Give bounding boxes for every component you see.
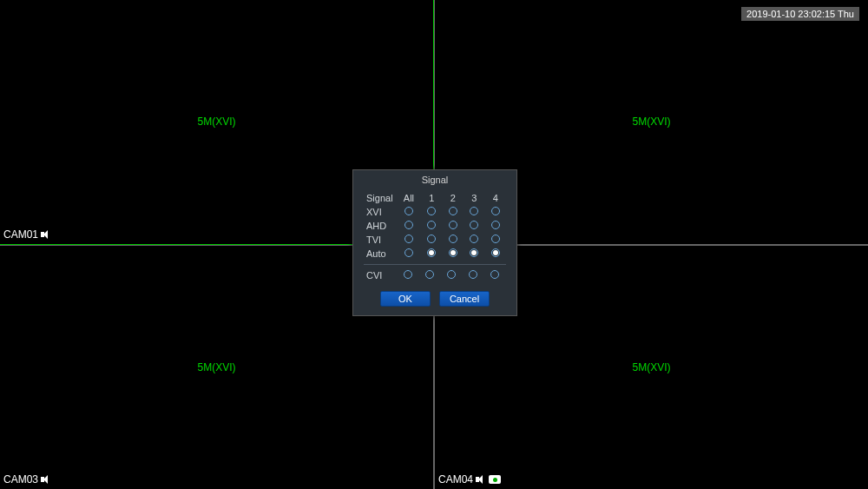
radio-auto-all[interactable]	[404, 248, 413, 257]
cancel-button[interactable]: Cancel	[439, 291, 490, 307]
dialog-body: Signal All 1 2 3 4 XVI AHD	[353, 188, 516, 315]
resolution-label: 5M(XVI)	[197, 361, 235, 373]
radio-xvi-4[interactable]	[491, 207, 500, 215]
signal-row-xvi: XVI	[364, 205, 506, 219]
radio-cvi-4[interactable]	[490, 270, 499, 279]
radio-ahd-all[interactable]	[404, 221, 413, 229]
row-label: AHD	[364, 219, 397, 233]
radio-tvi-3[interactable]	[470, 235, 478, 243]
signal-dialog: Signal Signal All 1 2 3 4 XVI AHD	[352, 169, 517, 316]
camera-name: CAM04	[438, 473, 473, 486]
row-label: TVI	[364, 233, 397, 247]
dialog-buttons: OK Cancel	[364, 291, 506, 307]
radio-tvi-4[interactable]	[491, 235, 500, 243]
ok-button[interactable]: OK	[380, 291, 431, 307]
radio-cvi-2[interactable]	[447, 270, 456, 279]
radio-cvi-3[interactable]	[469, 270, 477, 279]
radio-xvi-1[interactable]	[427, 207, 436, 215]
radio-auto-2[interactable]	[449, 248, 457, 257]
radio-xvi-all[interactable]	[404, 207, 413, 215]
radio-cvi-all[interactable]	[404, 270, 412, 279]
header-all: All	[397, 191, 421, 205]
radio-auto-4[interactable]	[491, 248, 500, 257]
radio-auto-1[interactable]	[427, 248, 436, 257]
divider	[364, 264, 506, 265]
header-ch4: 4	[484, 191, 506, 205]
radio-tvi-all[interactable]	[404, 235, 413, 243]
resolution-label: 5M(XVI)	[632, 361, 670, 373]
header-signal: Signal	[364, 191, 397, 205]
header-ch1: 1	[421, 191, 443, 205]
radio-ahd-3[interactable]	[470, 221, 478, 229]
header-ch3: 3	[464, 191, 485, 205]
row-label: CVI	[364, 268, 397, 282]
radio-auto-3[interactable]	[470, 248, 478, 257]
radio-ahd-1[interactable]	[427, 221, 436, 229]
speaker-icon	[41, 475, 51, 484]
radio-xvi-3[interactable]	[470, 207, 478, 215]
radio-ahd-4[interactable]	[491, 221, 500, 229]
speaker-icon	[41, 230, 51, 239]
signal-row-tvi: TVI	[364, 233, 506, 247]
radio-cvi-1[interactable]	[425, 270, 434, 279]
camera-label: CAM04	[438, 473, 501, 486]
speaker-icon	[476, 475, 486, 484]
resolution-label: 5M(XVI)	[197, 116, 235, 128]
camera-name: CAM01	[3, 228, 38, 241]
timestamp: 2019-01-10 23:02:15 Thu	[741, 7, 859, 21]
camera-name: CAM03	[3, 473, 38, 486]
row-label: Auto	[364, 247, 397, 261]
resolution-label: 5M(XVI)	[632, 116, 670, 128]
radio-xvi-2[interactable]	[449, 207, 457, 215]
radio-tvi-2[interactable]	[449, 235, 457, 243]
signal-table-2: CVI	[364, 268, 506, 282]
signal-row-cvi: CVI	[364, 268, 506, 282]
radio-tvi-1[interactable]	[427, 235, 436, 243]
signal-header-row: Signal All 1 2 3 4	[364, 191, 506, 205]
camera-label: CAM01	[3, 228, 51, 241]
radio-ahd-2[interactable]	[449, 221, 457, 229]
camera-label: CAM03	[3, 473, 51, 486]
signal-table: Signal All 1 2 3 4 XVI AHD	[364, 191, 506, 261]
snapshot-icon	[489, 475, 501, 484]
row-label: XVI	[364, 205, 397, 219]
signal-row-auto: Auto	[364, 247, 506, 261]
header-ch2: 2	[442, 191, 464, 205]
dialog-title: Signal	[353, 170, 516, 188]
signal-row-ahd: AHD	[364, 219, 506, 233]
